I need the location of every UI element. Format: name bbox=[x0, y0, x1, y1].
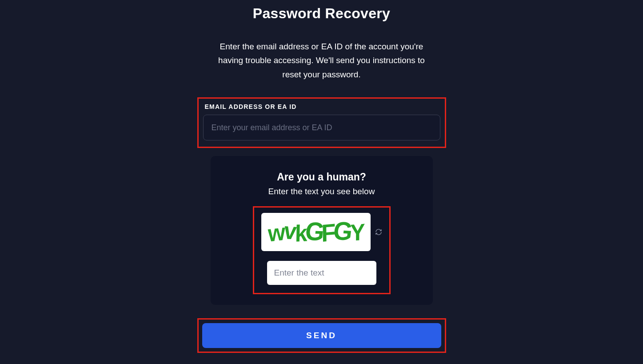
captcha-highlight: wvkGFGY bbox=[253, 206, 391, 294]
send-button-highlight: SEND bbox=[197, 318, 446, 353]
page-description: Enter the email address or EA ID of the … bbox=[217, 40, 426, 81]
captcha-input[interactable] bbox=[267, 261, 376, 285]
send-button[interactable]: SEND bbox=[202, 323, 441, 348]
captcha-text: wvkGFGY bbox=[267, 219, 365, 246]
captcha-image: wvkGFGY bbox=[261, 213, 371, 251]
page-title: Password Recovery bbox=[197, 5, 446, 22]
refresh-icon[interactable] bbox=[375, 228, 382, 236]
email-field-highlight: EMAIL ADDRESS OR EA ID bbox=[197, 97, 446, 148]
captcha-image-row: wvkGFGY bbox=[261, 213, 382, 251]
captcha-card: Are you a human? Enter the text you see … bbox=[211, 156, 433, 305]
password-recovery-form: Password Recovery Enter the email addres… bbox=[197, 0, 446, 364]
email-field-label: EMAIL ADDRESS OR EA ID bbox=[203, 103, 440, 110]
email-input[interactable] bbox=[203, 115, 440, 140]
captcha-subtitle: Enter the text you see below bbox=[224, 187, 419, 196]
captcha-title: Are you a human? bbox=[224, 171, 419, 183]
